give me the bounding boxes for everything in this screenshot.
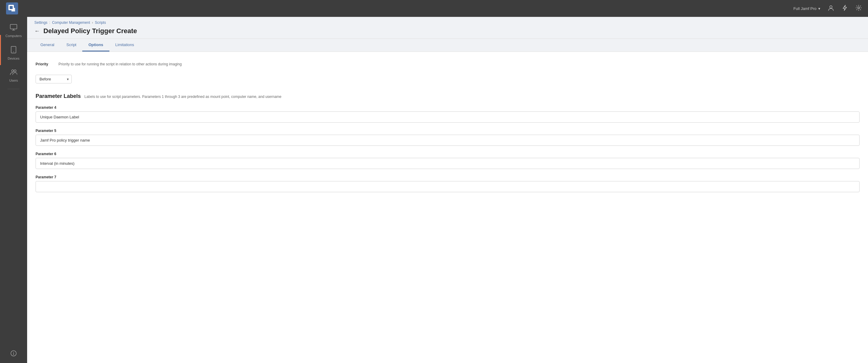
svg-point-9 <box>14 70 16 72</box>
sidebar-item-computers[interactable]: Computers <box>0 20 27 42</box>
breadcrumb-sep1: : <box>49 21 50 25</box>
param5-input[interactable] <box>36 135 860 146</box>
settings-icon[interactable] <box>855 4 862 13</box>
param7-group: Parameter 7 <box>36 175 860 192</box>
flash-icon[interactable] <box>841 4 848 13</box>
param5-group: Parameter 5 <box>36 129 860 146</box>
breadcrumb-scripts[interactable]: Scripts <box>95 21 106 25</box>
sidebar-divider <box>7 89 20 89</box>
svg-rect-5 <box>10 24 17 29</box>
content-area: Settings : Computer Management › Scripts… <box>27 17 868 363</box>
breadcrumb-computer-management[interactable]: Computer Management <box>52 21 90 25</box>
priority-row: Priority Priority to use for running the… <box>36 60 860 66</box>
priority-select[interactable]: Before After <box>36 75 72 84</box>
tab-bar: General Script Options Limitations <box>27 39 868 52</box>
info-icon[interactable] <box>5 345 22 363</box>
logo-area <box>6 2 18 14</box>
page-title-row: ← Delayed Policy Trigger Create <box>34 27 861 39</box>
top-nav: Full Jamf Pro ▾ <box>0 0 868 17</box>
param5-label: Parameter 5 <box>36 129 860 133</box>
priority-desc: Priority to use for running the script i… <box>59 60 182 66</box>
param7-label: Parameter 7 <box>36 175 860 179</box>
svg-point-4 <box>858 7 860 9</box>
breadcrumb: Settings : Computer Management › Scripts <box>34 21 861 25</box>
svg-point-7 <box>13 52 14 52</box>
sidebar-item-users[interactable]: Users <box>0 64 27 87</box>
section-title-desc: Labels to use for script parameters. Par… <box>84 95 281 99</box>
sidebar: Computers Devices Users <box>0 17 27 363</box>
svg-point-8 <box>12 70 14 72</box>
param4-group: Parameter 4 <box>36 105 860 123</box>
svg-rect-0 <box>9 5 13 9</box>
tab-options[interactable]: Options <box>82 39 109 52</box>
param6-group: Parameter 6 <box>36 152 860 169</box>
param6-label: Parameter 6 <box>36 152 860 156</box>
svg-rect-1 <box>11 8 15 11</box>
page-header: Settings : Computer Management › Scripts… <box>27 17 868 39</box>
chevron-down-icon: ▾ <box>818 6 820 11</box>
param7-input[interactable] <box>36 181 860 192</box>
user-label: Full Jamf Pro <box>793 6 816 11</box>
parameter-labels-section: Parameter Labels Labels to use for scrip… <box>36 93 860 99</box>
users-label: Users <box>9 78 18 82</box>
priority-select-wrapper: Before After ▾ <box>36 75 72 84</box>
section-title-text: Parameter Labels <box>36 93 81 99</box>
jamf-logo <box>6 2 18 14</box>
param6-input[interactable] <box>36 158 860 169</box>
svg-marker-3 <box>843 5 846 10</box>
main-layout: Computers Devices Users <box>0 17 868 363</box>
devices-icon <box>11 46 16 55</box>
user-menu[interactable]: Full Jamf Pro ▾ <box>793 6 820 11</box>
page-title: Delayed Policy Trigger Create <box>43 27 137 35</box>
sidebar-item-devices[interactable]: Devices <box>0 42 27 64</box>
form-content: Priority Priority to use for running the… <box>27 52 868 363</box>
tab-general[interactable]: General <box>34 39 60 52</box>
profile-icon[interactable] <box>828 4 834 13</box>
priority-label: Priority <box>36 60 54 66</box>
back-button[interactable]: ← <box>34 28 40 34</box>
breadcrumb-settings[interactable]: Settings <box>34 21 47 25</box>
breadcrumb-sep2: › <box>92 21 93 25</box>
svg-point-2 <box>830 6 832 8</box>
tab-limitations[interactable]: Limitations <box>110 39 140 52</box>
computers-icon <box>10 24 17 32</box>
param4-label: Parameter 4 <box>36 105 860 110</box>
tab-script[interactable]: Script <box>60 39 82 52</box>
computers-label: Computers <box>5 34 22 38</box>
top-nav-right: Full Jamf Pro ▾ <box>793 4 862 13</box>
param4-input[interactable] <box>36 111 860 123</box>
devices-label: Devices <box>7 57 19 60</box>
users-icon <box>10 69 17 77</box>
